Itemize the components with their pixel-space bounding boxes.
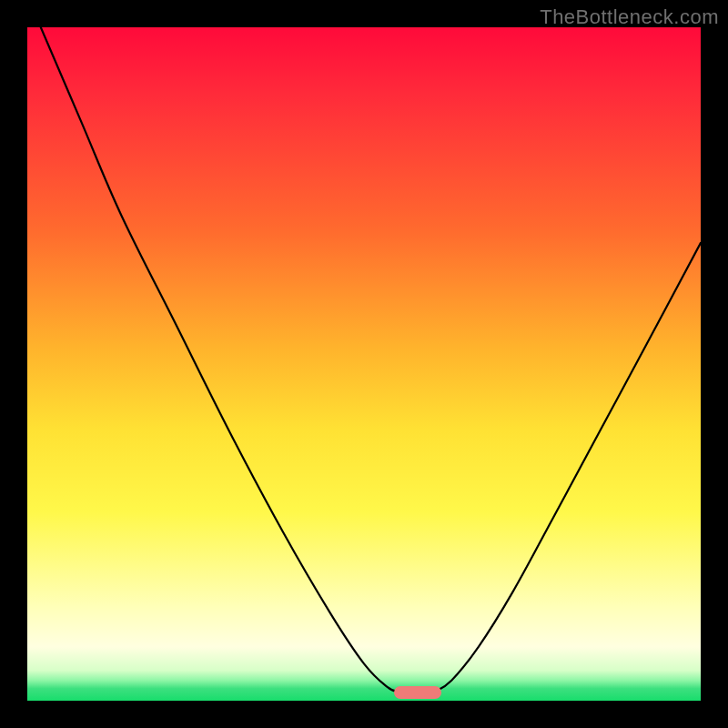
watermark-text: TheBottleneck.com <box>540 5 719 29</box>
minimum-marker <box>394 686 441 699</box>
curve-svg <box>27 27 701 701</box>
curve-right-branch <box>435 243 701 693</box>
chart-frame: TheBottleneck.com <box>0 0 728 728</box>
curve-left-branch <box>41 27 399 692</box>
plot-area <box>27 27 701 701</box>
